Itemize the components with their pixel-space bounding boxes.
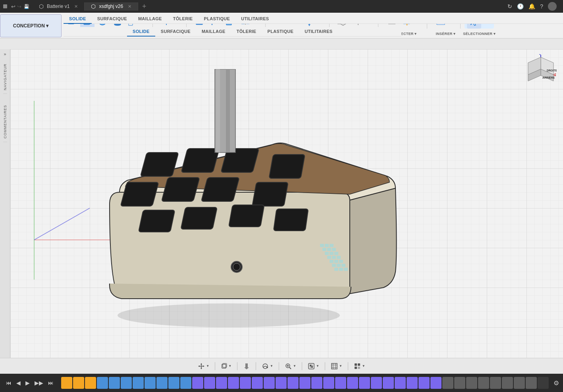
svg-rect-56 [181, 149, 219, 172]
tl-frame[interactable] [145, 377, 156, 389]
tl-frame[interactable] [526, 377, 537, 389]
tl-frame[interactable] [323, 377, 334, 389]
orbit-btn[interactable]: ▼ [258, 361, 276, 371]
tl-frame[interactable] [252, 377, 263, 389]
tl-frame[interactable] [133, 377, 144, 389]
refresh-icon[interactable]: ↻ [507, 3, 512, 10]
tl-frame[interactable] [276, 377, 287, 389]
notification-icon[interactable]: 🔔 [528, 3, 535, 10]
display-mode-btn[interactable]: ▼ [305, 361, 322, 371]
view-cube-svg: DROITE ARRIÈRE Z X [525, 54, 557, 86]
app-menu[interactable]: ↩ ↪ 💾 [0, 4, 33, 10]
user-avatar[interactable] [548, 2, 557, 11]
svg-rect-64 [181, 207, 217, 229]
tl-end-btn[interactable]: ⏭ [46, 378, 56, 388]
tl-play-btn[interactable]: ▶ [23, 378, 32, 388]
tab-maillage[interactable]: MAILLAGE [196, 27, 231, 37]
tl-frame[interactable] [121, 377, 132, 389]
tl-next-btn[interactable]: ▶▶ [33, 378, 45, 388]
timeline-frames [60, 377, 550, 389]
tl-frame[interactable] [538, 377, 549, 389]
tab-plastique[interactable]: PLASTIQUE [199, 14, 236, 24]
tl-frame[interactable] [240, 377, 251, 389]
tl-frame[interactable] [204, 377, 215, 389]
tl-frame[interactable] [514, 377, 525, 389]
tl-frame[interactable] [287, 377, 299, 389]
tab-batterie[interactable]: ⬡ Batterie v1 ✕ [33, 2, 85, 11]
left-panel: » NAVIGATEUR COMMENTAIRES [0, 49, 10, 358]
svg-rect-55 [141, 153, 179, 176]
tl-frame[interactable] [311, 377, 322, 389]
toolbar-tabs: SOLIDE SURFACIQUE MAILLAGE TÔLERIE PLAST… [64, 27, 401, 37]
redo-btn[interactable]: ↪ [17, 4, 21, 10]
copy-arrow: ▼ [228, 364, 231, 368]
svg-rect-127 [358, 363, 360, 366]
viewport[interactable]: DROITE ARRIÈRE Z X [10, 49, 563, 358]
panel-collapse-arrow[interactable]: » [2, 49, 8, 59]
tl-frame[interactable] [180, 377, 191, 389]
settings-icon[interactable]: ⚙ [553, 380, 559, 386]
tl-frame[interactable] [168, 377, 179, 389]
tl-frame[interactable] [502, 377, 513, 389]
tl-frame[interactable] [61, 377, 72, 389]
tl-frame[interactable] [418, 377, 430, 389]
tl-frame[interactable] [478, 377, 489, 389]
tl-frame[interactable] [335, 377, 346, 389]
tl-frame[interactable] [299, 377, 310, 389]
history-icon[interactable]: 🕐 [517, 3, 524, 10]
conception-btn-main[interactable]: CONCEPTION ▾ [0, 14, 62, 37]
tl-frame[interactable] [490, 377, 501, 389]
tl-frame[interactable] [442, 377, 453, 389]
tab-plastique[interactable]: PLASTIQUE [262, 27, 299, 37]
svg-rect-126 [355, 363, 357, 366]
tl-frame[interactable] [85, 377, 96, 389]
navigator-label[interactable]: NAVIGATEUR [3, 60, 7, 94]
tl-frame[interactable] [359, 377, 370, 389]
timeline-view-btn[interactable]: ▼ [351, 361, 368, 371]
tl-frame[interactable] [371, 377, 382, 389]
grid-btn[interactable]: ▼ [328, 361, 345, 371]
tl-frame[interactable] [383, 377, 394, 389]
comments-label[interactable]: COMMENTAIRES [3, 102, 7, 142]
tl-frame[interactable] [109, 377, 120, 389]
pan-btn[interactable] [240, 361, 253, 371]
tab-maillage[interactable]: MAILLAGE [133, 14, 168, 24]
tl-frame[interactable] [156, 377, 168, 389]
svg-rect-128 [355, 367, 357, 369]
tab-tolerie[interactable]: TÔLERIE [231, 27, 262, 37]
tab-tolerie[interactable]: TÔLERIE [168, 14, 199, 24]
view-cube[interactable]: DROITE ARRIÈRE Z X [525, 54, 557, 86]
titlebar-right: ↻ 🕐 🔔 ? [501, 2, 563, 11]
add-tab-button[interactable]: + [138, 2, 150, 11]
tl-frame[interactable] [228, 377, 239, 389]
undo-btn[interactable]: ↩ [11, 4, 15, 10]
tl-prev-btn[interactable]: ◀ [14, 378, 23, 388]
tab-solide[interactable]: SOLIDE [127, 27, 155, 37]
move-camera-btn[interactable]: ▼ [195, 361, 212, 371]
tl-frame[interactable] [454, 377, 465, 389]
save-icon[interactable]: 💾 [24, 4, 29, 9]
tl-frame[interactable] [466, 377, 477, 389]
tab-xsdfghj[interactable]: ⬡ xsdfghj v26 ✕ [85, 2, 138, 11]
tab-surfacique[interactable]: SURFACIQUE [92, 14, 133, 24]
zoom-btn[interactable]: ▼ [282, 361, 299, 371]
help-icon[interactable]: ? [540, 3, 543, 10]
tab-xsdfghj-close[interactable]: ✕ [128, 4, 131, 9]
tl-frame[interactable] [97, 377, 108, 389]
tl-frame[interactable] [395, 377, 406, 389]
tl-frame[interactable] [264, 377, 275, 389]
tab-batterie-close[interactable]: ✕ [74, 4, 78, 9]
tl-frame[interactable] [192, 377, 203, 389]
tab-solide[interactable]: SOLIDE [64, 14, 92, 24]
tl-frame[interactable] [347, 377, 358, 389]
tab-utilitaires[interactable]: UTILITAIRES [299, 27, 338, 37]
tl-frame[interactable] [73, 377, 84, 389]
tl-start-btn[interactable]: ⏮ [4, 378, 13, 388]
tab-surfacique[interactable]: SURFACIQUE [155, 27, 196, 37]
tl-frame[interactable] [430, 377, 442, 389]
timeline-settings[interactable]: ⚙ [550, 379, 563, 387]
tab-utilitaires[interactable]: UTILITAIRES [235, 14, 274, 24]
tl-frame[interactable] [407, 377, 418, 389]
copy-btn[interactable]: ▼ [218, 361, 235, 371]
tl-frame[interactable] [216, 377, 227, 389]
